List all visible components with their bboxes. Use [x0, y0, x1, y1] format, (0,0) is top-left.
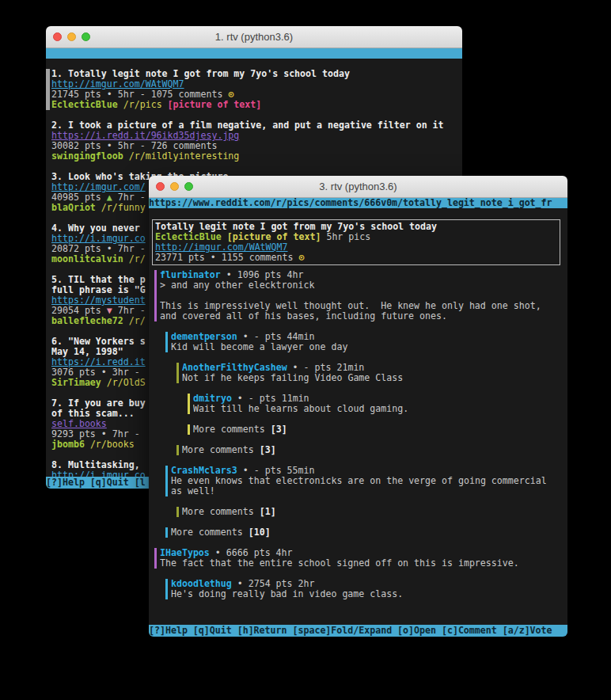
- comment-row[interactable]: IHaeTypos • 6666 pts 4hrThe fact that th…: [154, 548, 567, 569]
- comment-depth-bar: [188, 394, 190, 414]
- comment-score-age: • 2754 pts 2hr: [232, 579, 315, 589]
- comment-header[interactable]: CrashMclars3 • - pts 55min: [171, 466, 567, 476]
- more-comments-link[interactable]: More comments [3]: [154, 445, 567, 455]
- more-comments-link[interactable]: More comments [10]: [154, 527, 567, 538]
- bullet-vote-icon: •: [107, 141, 112, 151]
- submission-box[interactable]: Totally legit note I got from my 7yo's s…: [152, 219, 560, 265]
- comment-row[interactable]: kdoodlethug • 2754 pts 2hrHe's doing rea…: [154, 579, 567, 599]
- minimize-icon[interactable]: [67, 32, 76, 41]
- comment-score-age: • - pts 44min: [237, 332, 315, 342]
- zoom-icon[interactable]: [184, 182, 193, 191]
- front-window-titlebar[interactable]: 3. rtv (python3.6): [149, 176, 567, 198]
- comment-score-age: • - pts 55min: [237, 466, 315, 476]
- comment-author[interactable]: IHaeTypos: [160, 548, 210, 558]
- more-comments-label[interactable]: More comments [10]: [171, 527, 567, 538]
- post-age-comments: 7hr -: [112, 192, 151, 203]
- comment-header[interactable]: flurbinator • 1096 pts 4hr: [160, 270, 567, 280]
- more-comments-label[interactable]: More comments [1]: [182, 507, 567, 517]
- post-subreddit[interactable]: /r/: [129, 254, 146, 264]
- comment-header[interactable]: IHaeTypos • 6666 pts 4hr: [160, 548, 567, 558]
- comment-score-age: • 6666 pts 4hr: [210, 548, 293, 558]
- post-points: 9293 pts: [51, 429, 101, 439]
- post-points: 29054 pts: [51, 306, 107, 316]
- post-row[interactable]: 2. I took a picture of a film negative, …: [46, 120, 462, 162]
- close-icon[interactable]: [156, 182, 165, 191]
- more-comments-count: [3]: [271, 424, 287, 435]
- submission-stats: 23771 pts • 1155 comments ⊙: [155, 253, 560, 263]
- post-age-comments: 3hr -: [107, 367, 146, 378]
- comment-body-line: He even knows that electronicks are on t…: [171, 476, 567, 486]
- post-author[interactable]: SirTimaey: [51, 378, 101, 388]
- post-subreddit[interactable]: /r/mildlyinteresting: [129, 151, 240, 162]
- post-subreddit[interactable]: /r/OldS: [107, 378, 146, 388]
- comment-author[interactable]: dmitryo: [193, 394, 232, 404]
- minimize-icon[interactable]: [170, 182, 179, 191]
- gilded-icon: ⊙: [298, 253, 304, 263]
- post-url[interactable]: http://imgur.com/WAtWQM7: [51, 79, 462, 89]
- post-row[interactable]: 1. Totally legit note I got from my 7yo'…: [46, 69, 462, 110]
- post-subreddit[interactable]: /r/books: [90, 439, 135, 450]
- comment-row[interactable]: dmitryo • - pts 11minWait till he learns…: [154, 394, 567, 414]
- post-byline: EclecticBlue /r/pics [picture of text]: [51, 100, 462, 110]
- post-author[interactable]: ballefleche72: [51, 316, 123, 326]
- post-author[interactable]: jbomb6: [51, 439, 85, 450]
- post-author[interactable]: blaQriot: [51, 203, 96, 213]
- post-age-comments: 7hr -: [112, 306, 151, 316]
- front-terminal-screen[interactable]: https://www.reddit.com/r/pics/comments/6…: [149, 198, 567, 637]
- more-comments-link[interactable]: More comments [3]: [154, 424, 567, 435]
- more-comments-label[interactable]: More comments [3]: [182, 445, 567, 455]
- comment-row[interactable]: CrashMclars3 • - pts 55minHe even knows …: [154, 466, 567, 496]
- comment-body-line: The fact that the entire school signed o…: [160, 558, 567, 569]
- post-title[interactable]: 2. I took a picture of a film negative, …: [51, 120, 462, 131]
- url-bar: https://www.reddit.com/r/pics/comments/6…: [149, 198, 567, 208]
- comment-score-age: • 1096 pts 4hr: [221, 270, 304, 280]
- zoom-icon[interactable]: [82, 32, 90, 41]
- comment-row[interactable]: dementperson • - pts 44minKid will becom…: [154, 332, 567, 352]
- comment-header[interactable]: dementperson • - pts 44min: [171, 332, 567, 342]
- post-author[interactable]: moonlitcalvin: [51, 254, 123, 264]
- comment-body-line: as well!: [171, 486, 567, 496]
- sort-tab-bar: [1]hot[2]top[3]rising[4]new[5]controvers…: [46, 59, 462, 69]
- more-comments-count: [3]: [260, 445, 276, 455]
- post-subreddit[interactable]: /r/pics: [123, 100, 162, 110]
- post-subreddit[interactable]: /r/funny: [101, 203, 146, 213]
- submission-title[interactable]: Totally legit note I got from my 7yo's s…: [155, 222, 560, 232]
- post-url[interactable]: https://i.redd.it/96ikd35djesy.jpg: [51, 131, 462, 141]
- comment-author[interactable]: dementperson: [171, 332, 237, 342]
- comment-header[interactable]: AnotherFilthyCashew • - pts 21min: [182, 363, 567, 373]
- comment-author[interactable]: flurbinator: [160, 270, 221, 280]
- submission-author[interactable]: EclecticBlue: [155, 232, 222, 242]
- comment-score-age: • - pts 11min: [232, 394, 309, 404]
- comment-body-line: He's doing really bad in video game clas…: [171, 589, 567, 599]
- post-points: 3076 pts: [51, 367, 101, 378]
- page-header-bar: Front Page civilization_phaze_3: [46, 48, 462, 59]
- gilded-icon: ⊙: [228, 89, 233, 100]
- comment-header[interactable]: kdoodlethug • 2754 pts 2hr: [171, 579, 567, 589]
- more-comments-label[interactable]: More comments [3]: [193, 424, 567, 435]
- post-author[interactable]: swingingfloob: [51, 151, 123, 162]
- comment-row[interactable]: AnotherFilthyCashew • - pts 21minNot if …: [154, 363, 567, 383]
- comment-author[interactable]: kdoodlethug: [171, 579, 232, 589]
- post-age-comments: 7hr -: [112, 244, 151, 254]
- comment-body-line: > and any other elecktronick: [160, 280, 567, 291]
- post-points: 40985 pts: [51, 192, 107, 203]
- bullet-vote-icon: •: [107, 244, 112, 254]
- comment-author[interactable]: AnotherFilthyCashew: [182, 363, 287, 373]
- comment-header[interactable]: dmitryo • - pts 11min: [193, 394, 567, 404]
- post-subreddit[interactable]: /r/: [129, 316, 146, 326]
- more-comments-link[interactable]: More comments [1]: [154, 507, 567, 517]
- back-window-titlebar[interactable]: 1. rtv (python3.6): [46, 26, 462, 48]
- sort-tab-bar: [1]hot[2]top[3]rising[4]new[5]controvers…: [149, 208, 567, 219]
- post-title[interactable]: 1. Totally legit note I got from my 7yo'…: [51, 69, 462, 79]
- comment-depth-bar: [188, 424, 190, 435]
- submission-url[interactable]: http://imgur.com/WAtWQM7: [155, 242, 560, 253]
- comment-body-line: Wait till he learns about cloud gaming.: [193, 404, 567, 414]
- comment-depth-bar: [165, 527, 168, 538]
- comment-row[interactable]: flurbinator • 1096 pts 4hr> and any othe…: [154, 270, 567, 321]
- comment-author[interactable]: CrashMclars3: [171, 466, 237, 476]
- comment-list: flurbinator • 1096 pts 4hr> and any othe…: [149, 270, 567, 599]
- post-author[interactable]: EclecticBlue: [51, 100, 118, 110]
- front-terminal-window[interactable]: 3. rtv (python3.6) https://www.reddit.co…: [149, 176, 567, 637]
- close-icon[interactable]: [53, 32, 62, 41]
- bullet-vote-icon: •: [101, 367, 107, 378]
